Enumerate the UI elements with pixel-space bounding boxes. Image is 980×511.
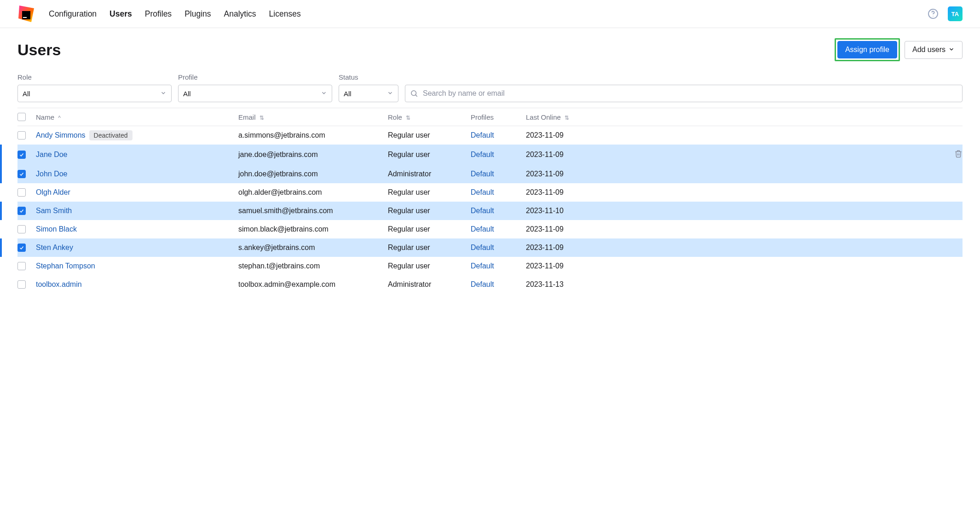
page-header: Users Assign profile Add users <box>17 38 963 61</box>
user-name-link[interactable]: Jane Doe <box>36 151 68 158</box>
user-email: samuel.smith@jetbrains.com <box>238 207 388 215</box>
chevron-down-icon <box>321 90 327 98</box>
user-last-online: 2023-11-09 <box>526 188 609 197</box>
col-header-last-online[interactable]: Last Online ⇅ <box>526 113 609 121</box>
table-body: Andy SimmonsDeactivateda.simmons@jetbrai… <box>17 126 963 294</box>
user-last-online: 2023-11-09 <box>526 244 609 252</box>
user-profile-link[interactable]: Default <box>471 151 494 158</box>
nav-item-plugins[interactable]: Plugins <box>184 6 211 22</box>
table-row[interactable]: toolbox.admintoolbox.admin@example.comAd… <box>17 275 963 294</box>
topbar-right: TA <box>928 6 963 21</box>
col-header-role[interactable]: Role ⇅ <box>388 113 471 121</box>
table-header: Name ^ Email ⇅ Role ⇅ Profiles Last Onli… <box>17 108 963 126</box>
filter-status-label: Status <box>339 73 398 81</box>
user-last-online: 2023-11-09 <box>526 131 609 139</box>
table-row[interactable]: Stephan Tompsonstephan.t@jetbrains.comRe… <box>17 257 963 275</box>
search-input[interactable] <box>422 89 957 98</box>
delete-icon[interactable] <box>954 151 963 159</box>
user-profile-link[interactable]: Default <box>471 225 494 233</box>
nav-item-analytics[interactable]: Analytics <box>224 6 256 22</box>
assign-profile-label: Assign profile <box>845 46 889 53</box>
user-profile-link[interactable]: Default <box>471 280 494 288</box>
filter-role-label: Role <box>17 73 172 81</box>
col-header-email[interactable]: Email ⇅ <box>238 113 388 121</box>
sort-icon: ⇅ <box>565 115 569 121</box>
table-row[interactable]: Andy SimmonsDeactivateda.simmons@jetbrai… <box>17 126 963 145</box>
nav-item-profiles[interactable]: Profiles <box>145 6 172 22</box>
user-role: Regular user <box>388 131 471 139</box>
user-name-link[interactable]: Olgh Alder <box>36 188 70 196</box>
user-name-link[interactable]: Stephan Tompson <box>36 262 95 270</box>
nav-item-users[interactable]: Users <box>110 6 132 22</box>
search-input-wrap[interactable] <box>405 85 963 102</box>
table-row[interactable]: Olgh Alderolgh.alder@jetbrains.comRegula… <box>17 183 963 202</box>
filter-role-group: Role All <box>17 73 172 102</box>
user-profile-link[interactable]: Default <box>471 170 494 178</box>
page: Users Assign profile Add users Role All … <box>0 28 980 304</box>
table-row[interactable]: John Doejohn.doe@jetbrains.comAdministra… <box>17 165 963 183</box>
user-profile-link[interactable]: Default <box>471 262 494 270</box>
user-name-link[interactable]: toolbox.admin <box>36 280 82 288</box>
filter-role-select[interactable]: All <box>17 85 172 102</box>
user-profile-link[interactable]: Default <box>471 131 494 139</box>
select-all-checkbox[interactable] <box>17 113 26 121</box>
svg-rect-1 <box>22 11 30 19</box>
filter-profile-select[interactable]: All <box>178 85 332 102</box>
row-checkbox[interactable] <box>17 188 26 197</box>
row-checkbox[interactable] <box>17 170 26 178</box>
user-email: a.simmons@jetbrains.com <box>238 131 388 139</box>
users-table: Name ^ Email ⇅ Role ⇅ Profiles Last Onli… <box>17 108 963 294</box>
page-title: Users <box>17 41 835 59</box>
user-last-online: 2023-11-13 <box>526 280 609 289</box>
row-checkbox[interactable] <box>17 262 26 270</box>
col-header-role-label: Role <box>388 113 402 121</box>
table-row[interactable]: Sten Ankeys.ankey@jetbrains.comRegular u… <box>17 238 963 257</box>
user-role: Regular user <box>388 244 471 252</box>
user-role: Regular user <box>388 188 471 197</box>
topbar: ConfigurationUsersProfilesPluginsAnalyti… <box>0 0 980 28</box>
user-role: Regular user <box>388 225 471 233</box>
add-users-button[interactable]: Add users <box>905 41 963 59</box>
col-header-name[interactable]: Name ^ <box>36 113 238 121</box>
sort-asc-icon: ^ <box>58 115 61 121</box>
svg-point-5 <box>411 91 416 96</box>
assign-profile-button[interactable]: Assign profile <box>837 41 897 58</box>
filter-profile-label: Profile <box>178 73 332 81</box>
select-all-cell <box>17 113 36 121</box>
app-logo[interactable] <box>17 5 36 23</box>
table-row[interactable]: Simon Blacksimon.black@jetbrains.comRegu… <box>17 220 963 238</box>
row-checkbox[interactable] <box>17 207 26 215</box>
user-profile-link[interactable]: Default <box>471 244 494 251</box>
nav-item-configuration[interactable]: Configuration <box>49 6 97 22</box>
svg-line-6 <box>415 95 417 96</box>
user-name-link[interactable]: Simon Black <box>36 225 77 233</box>
col-header-profiles-label: Profiles <box>471 113 494 121</box>
row-checkbox[interactable] <box>17 225 26 233</box>
filter-status-value: All <box>344 90 352 98</box>
table-row[interactable]: Sam Smithsamuel.smith@jetbrains.comRegul… <box>17 202 963 220</box>
user-email: jane.doe@jetbrains.com <box>238 151 388 159</box>
user-profile-link[interactable]: Default <box>471 188 494 196</box>
user-profile-link[interactable]: Default <box>471 207 494 215</box>
user-name-link[interactable]: Sten Ankey <box>36 244 73 251</box>
sort-icon: ⇅ <box>406 115 410 121</box>
col-header-last-online-label: Last Online <box>526 113 561 121</box>
filter-status-select[interactable]: All <box>339 85 398 102</box>
user-last-online: 2023-11-09 <box>526 170 609 178</box>
user-last-online: 2023-11-09 <box>526 225 609 233</box>
row-checkbox[interactable] <box>17 244 26 252</box>
user-avatar[interactable]: TA <box>948 6 963 21</box>
nav-item-licenses[interactable]: Licenses <box>269 6 301 22</box>
user-email: olgh.alder@jetbrains.com <box>238 188 388 197</box>
table-row[interactable]: Jane Doejane.doe@jetbrains.comRegular us… <box>17 145 963 165</box>
row-checkbox[interactable] <box>17 151 26 159</box>
user-role: Administrator <box>388 280 471 289</box>
help-icon[interactable] <box>928 8 939 19</box>
col-header-name-label: Name <box>36 113 54 121</box>
top-nav: ConfigurationUsersProfilesPluginsAnalyti… <box>49 6 928 22</box>
user-name-link[interactable]: Andy Simmons <box>36 131 86 139</box>
row-checkbox[interactable] <box>17 280 26 289</box>
user-name-link[interactable]: John Doe <box>36 170 68 178</box>
user-name-link[interactable]: Sam Smith <box>36 207 72 215</box>
row-checkbox[interactable] <box>17 131 26 139</box>
